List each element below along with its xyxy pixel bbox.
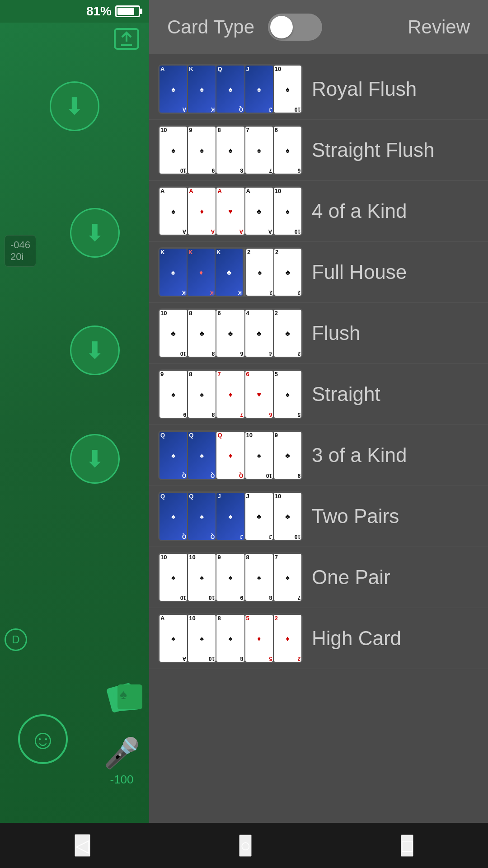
- smiley-button[interactable]: ☺: [18, 714, 68, 764]
- card-4-3: 4 ♣ 4: [245, 310, 273, 357]
- card-3-2: K ♣ K: [216, 249, 243, 296]
- card-8-4: 7 ♠ 7: [274, 554, 301, 601]
- card-7-4: 10 ♣ 10: [274, 493, 301, 540]
- card-8-2: 9 ♠ 9: [216, 554, 244, 601]
- mic-label: -100: [110, 773, 133, 787]
- score-text: -046: [10, 239, 30, 251]
- card-0-4: 10 ♠ 10: [274, 66, 301, 113]
- down-button-1[interactable]: ⬇: [50, 81, 99, 131]
- hand-image-5[interactable]: 9 ♠ 9 8 ♠ 8 7 ♦ 7 6 ♥ 6 5 ♠ 5: [158, 369, 303, 419]
- card-4-1: 8 ♣ 8: [188, 310, 216, 357]
- card-1-0: 10 ♠ 10: [160, 127, 187, 174]
- card-2-4: 10 ♠ 10: [274, 188, 301, 235]
- down-arrow-1: ⬇: [65, 94, 84, 118]
- card-3-1: K ♦ K: [188, 249, 215, 296]
- hand-row: A ♠ A K ♠ K Q ♠ Q J ♠ J 10 ♠ 10 Royal Fl…: [149, 59, 488, 120]
- back-button[interactable]: ◁: [75, 834, 90, 857]
- hand-name-6: 3 of a Kind: [312, 444, 479, 467]
- card-7-3: J ♣ J: [245, 493, 273, 540]
- down-button-3[interactable]: ⬇: [70, 326, 120, 375]
- hand-row: 9 ♠ 9 8 ♠ 8 7 ♦ 7 6 ♥ 6 5 ♠ 5 Straight: [149, 364, 488, 425]
- upload-icon[interactable]: [113, 27, 140, 57]
- hand-image-4[interactable]: 10 ♣ 10 8 ♣ 8 6 ♣ 6 4 ♣ 4 2 ♣ 2: [158, 308, 303, 358]
- review-label[interactable]: Review: [408, 16, 470, 38]
- card-3-4: 2 ♣ 2: [274, 249, 301, 296]
- hand-image-9[interactable]: A ♠ A 10 ♠ 10 8 ♠ 8 5 ♦ 5 2 ♦ 2: [158, 613, 303, 663]
- card-7-1: Q ♠ Q: [188, 493, 216, 540]
- hand-name-1: Straight Flush: [312, 139, 479, 161]
- card-4-2: 6 ♣ 6: [216, 310, 244, 357]
- toggle-switch[interactable]: [268, 14, 322, 41]
- card-5-4: 5 ♠ 5: [274, 371, 301, 418]
- card-6-2: Q ♦ Q: [216, 432, 244, 479]
- card-6-1: Q ♠ Q: [188, 432, 216, 479]
- card-9-4: 2 ♦ 2: [274, 615, 301, 662]
- card-9-2: 8 ♠ 8: [216, 615, 244, 662]
- card-5-2: 7 ♦ 7: [216, 371, 244, 418]
- hand-name-0: Royal Flush: [312, 78, 479, 100]
- hand-name-4: Flush: [312, 322, 479, 344]
- hand-name-2: 4 of a Kind: [312, 200, 479, 222]
- hand-image-0[interactable]: A ♠ A K ♠ K Q ♠ Q J ♠ J 10 ♠ 10: [158, 64, 303, 114]
- card-9-0: A ♠ A: [160, 615, 187, 662]
- svg-text:♠: ♠: [120, 687, 127, 702]
- card-2-3: A ♣ A: [245, 188, 273, 235]
- status-bar: 81%: [0, 0, 149, 23]
- card-4-0: 10 ♣ 10: [160, 310, 187, 357]
- card-3-3: 2 ♠ 2: [246, 249, 273, 296]
- card-0-3: J ♠ J: [245, 66, 273, 113]
- hand-image-7[interactable]: Q ♠ Q Q ♠ Q J ♠ J J ♣ J 10 ♣ 10: [158, 491, 303, 541]
- card-1-4: 6 ♠ 6: [274, 127, 301, 174]
- home-button[interactable]: ○: [239, 835, 252, 857]
- hand-row: 10 ♠ 10 10 ♠ 10 9 ♠ 9 8 ♠ 8 7 ♠ 7 One Pa…: [149, 547, 488, 608]
- battery-percent: 81%: [86, 4, 112, 19]
- score-sub: 20i: [10, 251, 30, 263]
- left-panel: 81% ⬇ ⬇ -046 20i ⬇ ⬇ D: [0, 0, 149, 823]
- card-8-0: 10 ♠ 10: [160, 554, 187, 601]
- header-bar: Card Type Review: [149, 0, 488, 54]
- card-6-4: 9 ♣ 9: [274, 432, 301, 479]
- hand-image-8[interactable]: 10 ♠ 10 10 ♠ 10 9 ♠ 9 8 ♠ 8 7 ♠ 7: [158, 552, 303, 602]
- card-8-1: 10 ♠ 10: [188, 554, 216, 601]
- mic-area[interactable]: 🎤 -100: [103, 736, 140, 787]
- score-badge: -046 20i: [5, 235, 36, 267]
- card-2-1: A ♦ A: [188, 188, 216, 235]
- card-8-3: 8 ♠ 8: [245, 554, 273, 601]
- hand-image-6[interactable]: Q ♠ Q Q ♠ Q Q ♦ Q 10 ♠ 10 9 ♣ 9: [158, 430, 303, 480]
- hand-row: Q ♠ Q Q ♠ Q Q ♦ Q 10 ♠ 10 9 ♣ 9 3 of a K…: [149, 425, 488, 486]
- hand-row: A ♠ A A ♦ A A ♥ A A ♣ A 10 ♠ 10 4 of a K…: [149, 181, 488, 242]
- card-type-label: Card Type: [167, 16, 254, 38]
- cards-icon: ♠: [104, 680, 145, 723]
- recent-button[interactable]: □: [401, 835, 413, 857]
- down-button-2[interactable]: ⬇: [70, 208, 120, 258]
- hand-row: A ♠ A 10 ♠ 10 8 ♠ 8 5 ♦ 5 2 ♦ 2 High Car…: [149, 608, 488, 669]
- card-1-1: 9 ♠ 9: [188, 127, 216, 174]
- card-1-3: 7 ♠ 7: [245, 127, 273, 174]
- right-panel: Card Type Review A ♠ A K ♠ K Q ♠ Q J ♠ J…: [149, 0, 488, 823]
- hand-row: K ♠ K K ♦ K K ♣ K 2 ♠ 2 2 ♣ 2 Full House: [149, 242, 488, 303]
- down-arrow-2: ⬇: [85, 221, 105, 245]
- card-0-2: Q ♠ Q: [216, 66, 244, 113]
- down-button-4[interactable]: ⬇: [70, 434, 120, 484]
- d-badge: D: [5, 628, 27, 651]
- card-9-1: 10 ♠ 10: [188, 615, 216, 662]
- card-0-1: K ♠ K: [188, 66, 216, 113]
- hand-name-8: One Pair: [312, 566, 479, 589]
- hand-row: Q ♠ Q Q ♠ Q J ♠ J J ♣ J 10 ♣ 10 Two Pair…: [149, 486, 488, 547]
- card-3-0: K ♠ K: [160, 249, 187, 296]
- hand-image-3[interactable]: K ♠ K K ♦ K K ♣ K 2 ♠ 2 2 ♣ 2: [158, 247, 303, 297]
- hand-name-5: Straight: [312, 383, 479, 406]
- hand-image-2[interactable]: A ♠ A A ♦ A A ♥ A A ♣ A 10 ♠ 10: [158, 186, 303, 236]
- down-arrow-4: ⬇: [85, 447, 105, 471]
- hand-name-9: High Card: [312, 627, 479, 650]
- hand-image-1[interactable]: 10 ♠ 10 9 ♠ 9 8 ♠ 8 7 ♠ 7 6 ♠ 6: [158, 125, 303, 175]
- card-6-3: 10 ♠ 10: [245, 432, 273, 479]
- hand-name-3: Full House: [312, 261, 479, 283]
- card-6-0: Q ♠ Q: [160, 432, 187, 479]
- card-7-2: J ♠ J: [216, 493, 244, 540]
- card-0-0: A ♠ A: [160, 66, 187, 113]
- down-arrow-3: ⬇: [85, 339, 105, 362]
- toggle-track: [268, 14, 322, 41]
- battery-icon: [115, 5, 140, 17]
- nav-bar: ◁ ○ □: [0, 823, 488, 868]
